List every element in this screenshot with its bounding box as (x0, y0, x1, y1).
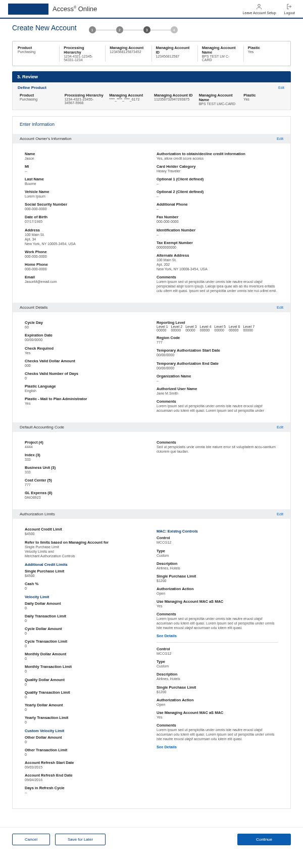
field-value: 100 Main St.Apt. 34New York, NY 10005-34… (25, 232, 146, 246)
svg-point-0 (258, 4, 261, 7)
account-details-edit-link[interactable]: Edit (277, 305, 283, 310)
field: MI-- (25, 164, 146, 173)
field: Daily Transaction Limit0 (25, 614, 146, 623)
field-value: 0 (25, 656, 146, 661)
field: Identification Number-- (157, 228, 278, 237)
field-label: Tax Exempt Number (157, 240, 278, 245)
brand: Access® Online (53, 5, 97, 13)
field-label: Single Purchase Limit (157, 685, 278, 690)
field-value: Custom (157, 664, 278, 668)
cancel-button[interactable]: Cancel (12, 834, 50, 845)
field-value: 000 (25, 363, 146, 368)
subsection-title: MAC: Existng Controls (157, 529, 278, 534)
field-value: Yes (25, 351, 146, 355)
field-value: MCCG12 (157, 651, 278, 656)
field: Social Security Number000-000-0000 (25, 202, 146, 211)
field-label: Cycle Transaction Limit (25, 639, 146, 644)
leave-account-setup-button[interactable]: Leave Account Setup (242, 3, 276, 15)
field-label: Plastic - Mail to Plan Administrator (25, 397, 146, 401)
define-product-item: Managing Account****_****_****_6172 (109, 93, 149, 106)
summary-item: Managing Account ID123456812587 (156, 45, 193, 62)
field-label: Refer to limits based on Managing Accoun… (25, 540, 146, 545)
field-value: Lorem ipsum sed ut perspicitia under omn… (157, 728, 278, 741)
field-value: Heavy Traveler (157, 169, 278, 173)
field-value: 0 (25, 618, 146, 623)
field-label: Control (157, 647, 278, 651)
logout-button[interactable]: Logout (284, 3, 295, 15)
field: Home Phone000-000-0000 (25, 262, 146, 271)
field-label: Optional 1 (Client defined) (157, 177, 278, 181)
continue-button[interactable]: Continue (237, 834, 291, 845)
field-label: Business Unit (3) (25, 465, 146, 470)
field: GL Expenss (8)0AIO8923 (25, 491, 146, 500)
dac-edit-link[interactable]: Edit (277, 425, 283, 429)
field-value: -- (25, 169, 146, 173)
field-value: -- (157, 232, 278, 237)
field: DescriptionAirlines, Hotels (157, 672, 278, 681)
field-label: Days in Refresh Cycle (25, 786, 146, 790)
field-label: Quality Transaction Limit (25, 690, 146, 695)
field-value: 0000000000 (157, 245, 278, 250)
see-details-link[interactable]: See Details (157, 634, 278, 638)
field-value: English (25, 389, 146, 393)
field-value: 09/03/2015 (25, 765, 146, 769)
field-label: Cost Center (5) (25, 478, 146, 483)
field-value: Yes, allow credit score access (157, 156, 278, 161)
field-value: MCCG12 (157, 540, 278, 545)
field: Monthly Dollar Amount0 (25, 652, 146, 661)
field-label: Use Managing Account MAC aS MAC (157, 710, 278, 715)
field-value: 000-000-0000 (25, 267, 146, 271)
field: Cycle Dollar Amount0 (25, 626, 146, 636)
field-value: 00/00/0000 (157, 353, 278, 357)
field-label: Comments (157, 399, 278, 404)
field-value: Sed ut perspiciatis unde omnia iste natu… (157, 445, 278, 454)
auth-edit-link[interactable]: Edit (277, 512, 283, 516)
owner-section-header: Account Owner's Information Edit (13, 134, 290, 143)
field-value: 0 (25, 695, 146, 699)
field-label: Address (25, 228, 146, 232)
field-value: 777 (157, 340, 278, 345)
field-value: 00/00/0000 (157, 366, 278, 370)
field: Project (4)4444 (25, 440, 146, 449)
field-label: Project (4) (25, 440, 146, 445)
owner-edit-link[interactable]: Edit (277, 136, 283, 141)
field-value: -- (157, 181, 278, 186)
summary-strip: ProductPurchasingProcessing Hierarchy123… (12, 41, 291, 66)
field-value: 0 (25, 707, 146, 712)
field: Work Phone000-000-0000 (25, 250, 146, 259)
field-label: Comments (157, 612, 278, 616)
field-label: Last Name (25, 177, 146, 181)
field: Days in Refresh Cycle-- (25, 786, 146, 795)
field: ControlMCCG12 (157, 647, 278, 656)
field-label: Description (157, 561, 278, 566)
field: Daily Dollar Amount0 (25, 601, 146, 610)
field: Yearly Dollar Amount0 (25, 703, 146, 712)
save-for-later-button[interactable]: Save for Later (55, 834, 106, 845)
field: Quality Dollar Amount0 (25, 678, 146, 687)
field-value: Airlines, Hotels (157, 677, 278, 681)
step-header: 3. Review (12, 71, 291, 82)
field-label: Index (3) (25, 453, 146, 457)
field-label: Checks Valid Dollar Amount (25, 359, 146, 363)
field-label: Social Security Number (25, 202, 146, 207)
field-label: Single Purchase Limit (25, 569, 146, 573)
subsection-title: Custom Velocity Limit (25, 729, 146, 733)
field: Use Managing Account MAC aS MACYes (157, 710, 278, 719)
field-value: 60 (25, 325, 146, 329)
field: CommentsLorem ipsum sed ut perspicitia u… (157, 275, 278, 293)
field-label: Account Refresh End Date (25, 773, 146, 778)
field-value: 100 Main St.Apt. 202New York, NY 10008-3… (157, 258, 278, 271)
field: Cycle Day60 (25, 320, 146, 329)
field-label: Region Code (157, 335, 278, 340)
field-value: $1200 (157, 690, 278, 694)
see-details-link[interactable]: See Details (157, 745, 278, 749)
field-label: Optional 2 (Client defined) (157, 189, 278, 194)
field: Single Purchase Limit$1200 (157, 574, 278, 583)
field-value: Yes (25, 401, 146, 406)
field-label: Type (157, 659, 278, 664)
field-value: 09/04/2016 (25, 778, 146, 782)
field: EmailJasonM@email.com (25, 275, 146, 284)
field: CommentsLorem ipsum sed ut perspicitia u… (157, 399, 278, 413)
define-product-edit-link[interactable]: Edit (272, 83, 290, 92)
field-label: Checks Valid Number of Days (25, 371, 146, 376)
